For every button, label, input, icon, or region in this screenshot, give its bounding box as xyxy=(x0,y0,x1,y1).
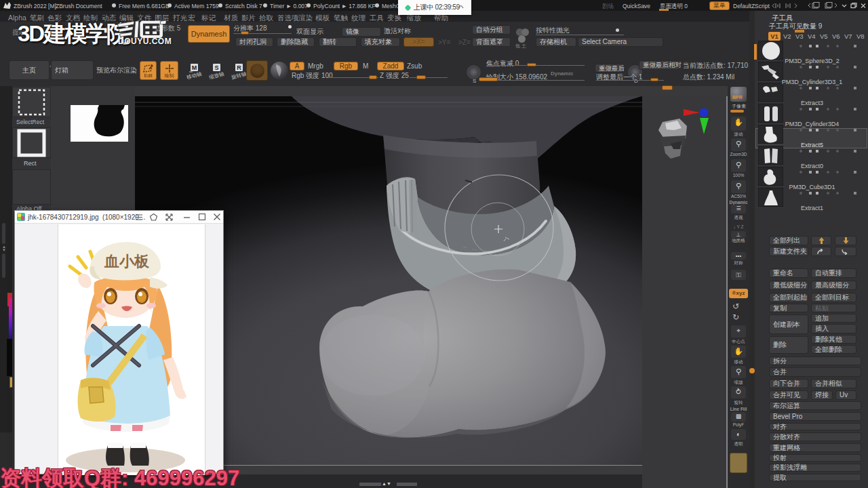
svg-text:血小板: 血小板 xyxy=(104,253,150,270)
svg-text:R: R xyxy=(237,64,241,71)
svg-text:S: S xyxy=(214,64,218,71)
svg-text:M: M xyxy=(192,64,197,71)
